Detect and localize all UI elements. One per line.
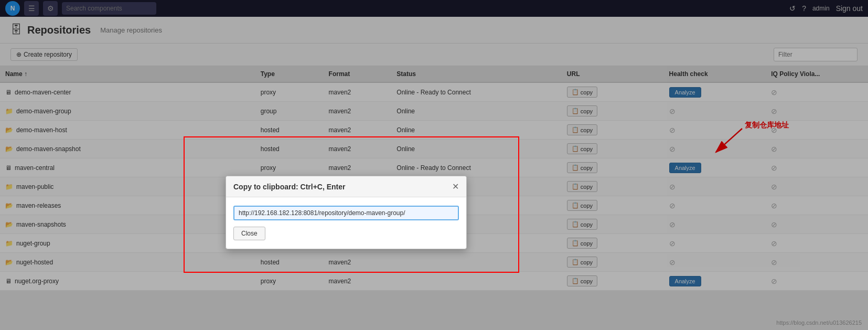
modal-title: Copy to clipboard: Ctrl+C, Enter [233, 183, 346, 191]
modal-close-action-button[interactable]: Close [233, 227, 265, 240]
modal-close-button[interactable]: ✕ [452, 182, 459, 191]
modal-header: Copy to clipboard: Ctrl+C, Enter ✕ [226, 176, 466, 197]
modal-url-input[interactable] [233, 206, 459, 220]
modal-overlay: Copy to clipboard: Ctrl+C, Enter ✕ Close [0, 0, 868, 291]
modal-body: Close [226, 197, 466, 249]
copy-modal: Copy to clipboard: Ctrl+C, Enter ✕ Close [226, 176, 467, 249]
